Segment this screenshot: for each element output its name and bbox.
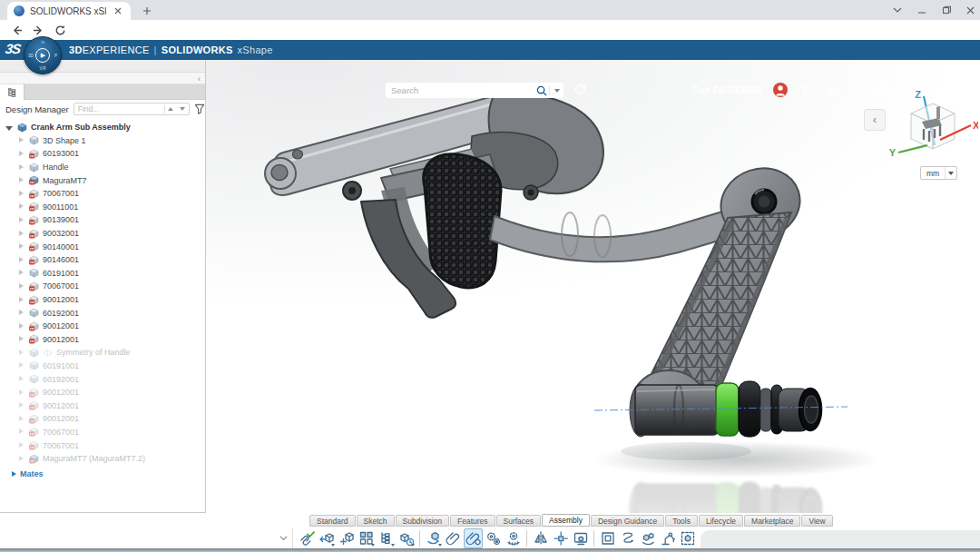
tree-item[interactable]: sw 70067001 [0,426,205,439]
search-input[interactable] [386,85,534,95]
move-component-button[interactable] [424,528,443,548]
expand-arrow-icon[interactable] [17,190,25,198]
tree-item[interactable]: sw 90032001 [0,227,205,241]
expand-arrow-icon[interactable] [17,441,25,449]
notifications-bell-icon[interactable] [799,84,812,97]
units-dropdown[interactable]: mm [920,166,957,180]
insert-scene-button[interactable] [571,528,590,548]
user-name[interactable]: Dan DESIGNER [693,85,762,95]
expand-arrow-icon[interactable] [17,361,25,370]
help-icon[interactable] [921,84,935,97]
tree-item[interactable]: sw 90012001 [0,320,205,333]
expand-arrow-icon[interactable] [17,242,25,251]
view-cube[interactable]: Z X Y [887,89,978,172]
tree-item[interactable]: 60191001 [0,267,205,281]
share-network-icon[interactable] [872,84,886,97]
tree-item[interactable]: sw 90140001 [0,240,205,253]
tab-design-tree[interactable] [0,84,24,100]
tree-item[interactable]: sw 70067001 [0,280,205,293]
mechanism-button[interactable] [484,528,503,548]
expand-arrow-icon[interactable] [17,202,25,211]
add-content-icon[interactable] [823,84,837,97]
expand-arrow-icon[interactable] [17,150,25,158]
expand-arrow-icon[interactable] [17,349,25,357]
maximize-icon[interactable] [942,5,951,15]
expand-arrow-icon[interactable] [17,428,25,436]
expand-arrow-icon[interactable] [17,309,25,317]
expand-arrow-icon[interactable] [17,401,25,409]
expand-arrow-icon[interactable] [17,269,25,277]
expand-arrow-icon[interactable] [17,296,25,304]
tree-item[interactable]: 3D Shape 1 [0,134,205,148]
expand-arrow-icon[interactable] [17,335,25,343]
expand-arrow-icon[interactable] [17,230,25,238]
reload-icon[interactable] [53,23,67,37]
share-forward-icon[interactable] [848,84,861,97]
expand-arrow-icon[interactable] [17,216,25,224]
tab-close-icon[interactable] [112,5,124,17]
filter-icon[interactable] [194,103,205,115]
robot-arm-button[interactable] [658,528,677,548]
tree-item[interactable]: sw MaguraMT7 (MaguraMT7.2) [0,452,205,466]
expand-arrow-icon[interactable] [17,389,25,397]
forward-icon[interactable] [31,23,45,37]
tree-item[interactable]: sw 90146001 [0,253,205,267]
tree-item[interactable]: 60191001 [0,360,205,373]
tree-item[interactable]: Symmetry of Handle [0,346,205,360]
find-input[interactable] [74,104,164,113]
expand-arrow-icon[interactable] [17,163,25,172]
tree-item[interactable]: 60192001 [0,372,205,386]
tree-item[interactable]: sw 90012001 [0,333,205,347]
tree-link-mates[interactable]: Mates [0,467,205,480]
tree-item[interactable]: Handle [0,161,205,174]
find-box[interactable] [74,103,190,115]
expand-arrow-icon[interactable] [17,322,25,330]
expand-arrow-icon[interactable] [17,176,25,184]
avatar[interactable] [773,83,788,97]
insert-component-button[interactable] [317,528,336,548]
exploded-view-button[interactable] [551,528,570,548]
global-search[interactable] [386,83,564,98]
ribbon-tab-assembly[interactable]: Assembly [542,514,590,527]
ribbon-tab-subdivision[interactable]: Subdivision [396,515,449,527]
expand-arrow-icon[interactable] [17,375,25,383]
mate-button[interactable] [464,528,483,548]
update-link-button[interactable] [297,528,316,548]
tree-item[interactable]: sw 90012001 [0,293,205,307]
manipulate-components-button[interactable] [638,528,657,548]
fullscreen-icon[interactable] [957,84,971,97]
ribbon-tab-standard[interactable]: Standard [309,515,356,527]
expand-arrow-icon[interactable] [17,282,25,291]
tree-item[interactable]: 60192001 [0,306,205,320]
close-window-icon[interactable] [966,6,975,15]
expand-arrow-icon[interactable] [17,415,25,423]
tag-icon[interactable] [572,82,588,98]
ribbon-tab-view[interactable]: View [801,515,832,527]
tree-item[interactable]: sw MaguraMT7 [0,173,205,187]
expand-arrow-icon[interactable] [17,256,25,264]
new-tab-button[interactable] [140,4,154,18]
ribbon-tab-sketch[interactable]: Sketch [357,515,395,527]
ribbon-tab-marketplace[interactable]: Marketplace [744,515,800,527]
tree-item[interactable]: sw 70067001 [0,439,205,452]
tree-item[interactable]: sw 90012001 [0,386,205,399]
tree-item[interactable]: sw 70067001 [0,187,205,201]
find-next-icon[interactable] [177,104,189,114]
tree-item[interactable]: sw 90012001 [0,412,205,426]
pattern-components-button[interactable] [357,528,376,548]
attach-component-button[interactable] [444,528,463,548]
collapse-arrow-icon[interactable] [5,123,14,132]
expand-arrow-icon[interactable] [17,455,25,463]
ribbon-tab-design-guidance[interactable]: Design Guidance [591,515,664,527]
ribbon-tab-tools[interactable]: Tools [665,515,698,527]
tab-search-icon[interactable] [893,7,902,13]
insert-from-file-button[interactable] [337,528,356,548]
engage-mechanism-button[interactable] [504,528,523,548]
ribbon-tab-surfaces[interactable]: Surfaces [496,515,542,527]
route-sweep-button[interactable] [618,528,637,548]
tree-item[interactable]: sw 90139001 [0,213,205,227]
search-icon[interactable] [534,85,549,96]
minimize-icon[interactable] [917,5,926,15]
tree-item[interactable]: sw 60193001 [0,147,205,161]
collapse-panel-button[interactable]: ‹ [864,109,886,131]
